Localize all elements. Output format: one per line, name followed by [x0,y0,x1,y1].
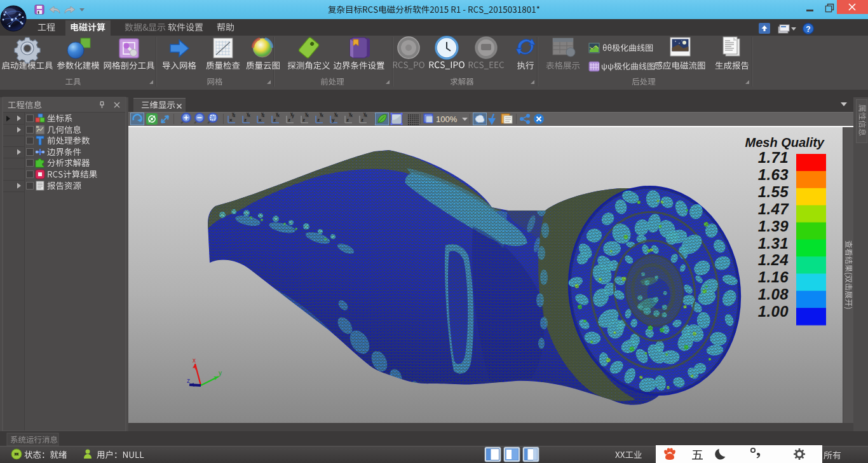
svg-text:1.47: 1.47 [758,200,790,218]
svg-text:1.08: 1.08 [758,286,789,303]
svg-text:x: x [259,117,262,123]
svg-text:x: x [193,357,196,364]
svg-text:1.71: 1.71 [758,149,789,166]
svg-text:1.31: 1.31 [758,235,789,252]
svg-text:1.39: 1.39 [758,218,789,235]
svg-text:z: z [361,117,363,123]
svg-text:z: z [244,117,247,123]
svg-text:y: y [290,111,293,116]
svg-text:y: y [276,111,278,116]
svg-text:z: z [273,117,276,123]
svg-text:1.16: 1.16 [758,268,789,286]
svg-text:y: y [363,111,366,116]
svg-text:y: y [261,111,264,116]
svg-text:1.63: 1.63 [758,166,789,183]
svg-text:1.24: 1.24 [758,251,789,268]
svg-text:y: y [305,111,308,116]
svg-text:y: y [332,117,335,123]
svg-text:y: y [219,370,222,377]
svg-text:z: z [346,117,349,123]
svg-text:?: ? [806,25,810,34]
svg-text:y: y [349,111,351,116]
svg-text:y: y [232,111,234,116]
svg-text:z: z [288,117,290,123]
svg-text:z: z [317,117,320,123]
svg-text:1.00: 1.00 [758,303,789,320]
svg-text:y: y [334,111,337,116]
svg-text:z: z [302,117,305,123]
svg-text:z: z [187,377,190,384]
svg-text:Mesh Quality: Mesh Quality [745,135,825,149]
svg-text:y: y [247,111,249,116]
svg-text:100%: 100% [436,114,458,124]
svg-text:x: x [229,117,233,123]
svg-text:y: y [320,111,322,116]
svg-text:1.55: 1.55 [758,183,789,200]
